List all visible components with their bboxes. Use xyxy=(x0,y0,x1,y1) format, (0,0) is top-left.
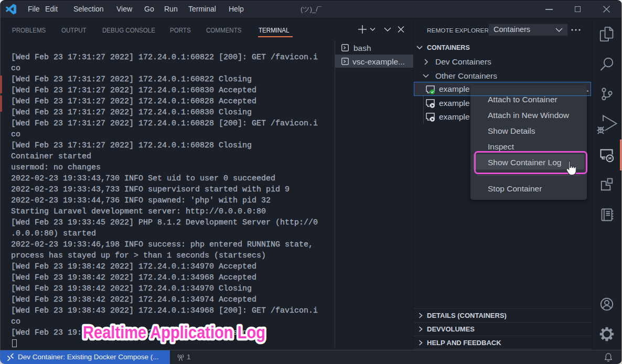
svg-text:Realtime Application Log: Realtime Application Log xyxy=(83,323,265,342)
